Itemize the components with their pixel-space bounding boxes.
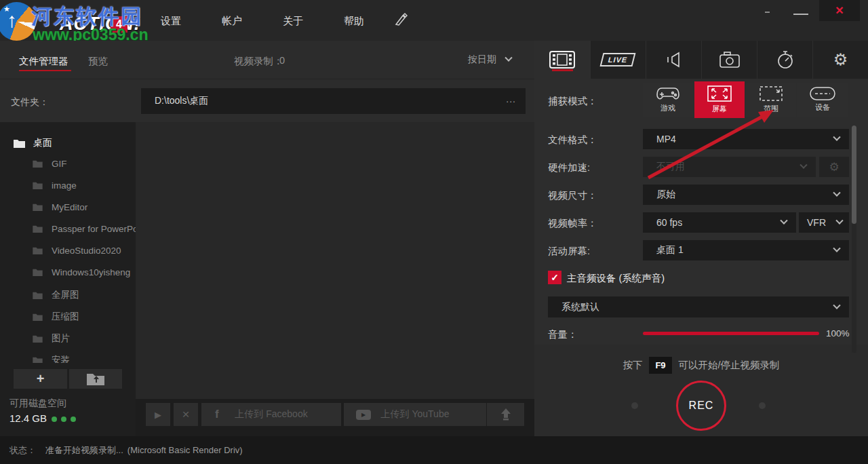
- tab-live-streaming[interactable]: LIVE: [590, 41, 646, 79]
- file-format-select[interactable]: MP4: [643, 129, 849, 149]
- tree-item[interactable]: 压缩图: [33, 311, 79, 323]
- chevron-down-icon: [505, 54, 512, 62]
- minimize-button[interactable]: [793, 14, 808, 15]
- disk-space-value: 12.4 GB: [9, 412, 47, 424]
- tree-item-label: Windows10yisheng: [52, 267, 130, 277]
- file-actions-toolbar: ▶ × f 上传到 Facebook ▶ 上传到 YouTube: [136, 399, 534, 436]
- capture-mode-label-region: 范围: [764, 104, 778, 114]
- browse-button[interactable]: ...: [506, 94, 516, 104]
- folder-path-input[interactable]: D:\tools\桌面 ...: [141, 88, 526, 114]
- panel-scrollbar[interactable]: [852, 125, 856, 353]
- device-icon: [810, 87, 835, 100]
- menu-about[interactable]: 关于: [283, 15, 303, 28]
- gear-icon: ⚙: [833, 50, 848, 69]
- primary-audio-label: 主音频设备 (系统声音): [567, 272, 665, 285]
- file-format-label: 文件格式：: [548, 134, 597, 147]
- volume-slider[interactable]: [643, 332, 819, 335]
- hw-accel-settings-button: ⚙: [819, 157, 849, 177]
- video-size-select[interactable]: 原始: [643, 185, 849, 205]
- green-dot: [52, 417, 57, 422]
- pen-icon[interactable]: [393, 12, 408, 29]
- hotkey-prefix: 按下: [623, 359, 642, 372]
- hw-accel-label: 硬件加速:: [548, 161, 590, 174]
- tree-item[interactable]: 全屏图: [33, 289, 79, 301]
- folder-row: 文件夹： D:\tools\桌面 ...: [0, 79, 534, 122]
- capture-mode-device[interactable]: 设备: [797, 83, 848, 117]
- upload-button[interactable]: [487, 403, 524, 426]
- tree-item-label: 图片: [52, 332, 70, 345]
- play-button[interactable]: ▶: [146, 403, 170, 426]
- close-button[interactable]: ✕: [819, 0, 860, 21]
- tree-item[interactable]: image: [33, 180, 77, 191]
- tree-item-label: image: [52, 180, 77, 191]
- file-list-area: [136, 122, 534, 399]
- menu-settings[interactable]: 设置: [161, 15, 181, 28]
- chevron-down-icon: [833, 134, 840, 141]
- mode-tab-bar: LIVE ⚙: [534, 41, 868, 79]
- tree-item[interactable]: VideoStudio2020: [33, 246, 121, 256]
- video-size-value: 原始: [656, 189, 675, 201]
- volume-percent: 100%: [826, 328, 849, 339]
- tab-timer[interactable]: [757, 41, 812, 79]
- folder-icon: [33, 204, 43, 211]
- app-window: ★ ↑ ACTION! 4 河东软件园 www.pc0359.cn 设置 帐户 …: [0, 0, 868, 464]
- framerate-value: 60 fps: [656, 217, 682, 228]
- tree-item[interactable]: 安装: [33, 354, 70, 363]
- capture-mode-game[interactable]: 游戏: [643, 83, 693, 117]
- tree-item-label: GIF: [52, 159, 67, 169]
- tree-root-desktop[interactable]: 桌面: [14, 137, 52, 149]
- check-icon: ✓: [551, 272, 559, 283]
- upload-youtube-label: 上传到 YouTube: [381, 408, 450, 421]
- rec-button[interactable]: REC: [676, 381, 726, 431]
- tab-preview[interactable]: 预览: [88, 55, 108, 68]
- fullscreen-icon: [707, 85, 732, 102]
- volume-label: 音量：: [548, 328, 578, 341]
- folder-icon: [33, 182, 43, 189]
- add-folder-button[interactable]: +: [14, 369, 67, 389]
- status-message: 准备开始视频录制...: [45, 444, 123, 457]
- camera-icon: [719, 51, 740, 69]
- tree-item[interactable]: Passper for PowerPo...: [33, 224, 136, 234]
- side-dot: [631, 402, 638, 409]
- tab-screenshot[interactable]: [701, 41, 757, 79]
- capture-mode-label-game: 游戏: [660, 103, 675, 113]
- video-count-value: 0: [279, 55, 285, 66]
- hotkey-hint: 按下 F9 可以开始/停止视频录制: [534, 357, 868, 374]
- framerate-label: 视频帧率：: [548, 217, 597, 230]
- menu-help[interactable]: 帮助: [344, 15, 364, 28]
- audio-device-select[interactable]: 系统默认: [548, 296, 849, 317]
- up-arrow-icon: ↑: [7, 9, 17, 32]
- tree-item[interactable]: GIF: [33, 159, 67, 169]
- open-folder-button[interactable]: [69, 369, 122, 389]
- chevron-down-icon: [780, 217, 787, 225]
- upload-facebook-label: 上传到 Facebook: [235, 408, 307, 421]
- tree-item[interactable]: 图片: [33, 332, 70, 345]
- delete-button[interactable]: ×: [174, 403, 198, 426]
- tab-audio-recorder[interactable]: [646, 41, 701, 79]
- active-screen-select[interactable]: 桌面 1: [643, 240, 849, 260]
- tree-item[interactable]: MyEditor: [33, 202, 87, 212]
- film-icon: [549, 51, 575, 69]
- hotkey-keycap: F9: [649, 357, 671, 374]
- tab-settings[interactable]: ⚙: [812, 41, 868, 79]
- tree-root-label: 桌面: [33, 137, 52, 149]
- sort-by-dropdown[interactable]: 按日期: [468, 54, 511, 66]
- capture-mode-label: 捕获模式：: [548, 95, 597, 108]
- tray-minimize-icon[interactable]: [765, 12, 770, 13]
- tree-item[interactable]: Windows10yisheng: [33, 267, 130, 277]
- upload-icon: [500, 408, 511, 421]
- scrollbar-thumb[interactable]: [852, 125, 856, 224]
- upload-facebook-button[interactable]: f 上传到 Facebook: [201, 403, 341, 426]
- chevron-down-icon: [833, 189, 840, 197]
- framerate-mode-select[interactable]: VFR: [799, 212, 849, 233]
- tab-video-recorder[interactable]: [534, 41, 590, 79]
- capture-mode-region[interactable]: 范围: [746, 83, 796, 117]
- menu-account[interactable]: 帐户: [222, 15, 242, 28]
- green-dot: [71, 417, 76, 422]
- upload-youtube-button[interactable]: ▶ 上传到 YouTube: [344, 403, 486, 426]
- capture-mode-screen[interactable]: 屏幕: [694, 81, 745, 118]
- framerate-select[interactable]: 60 fps: [643, 212, 796, 233]
- tab-file-manager[interactable]: 文件管理器: [19, 55, 68, 68]
- primary-audio-checkbox[interactable]: ✓: [548, 271, 561, 284]
- folder-icon: [33, 313, 43, 321]
